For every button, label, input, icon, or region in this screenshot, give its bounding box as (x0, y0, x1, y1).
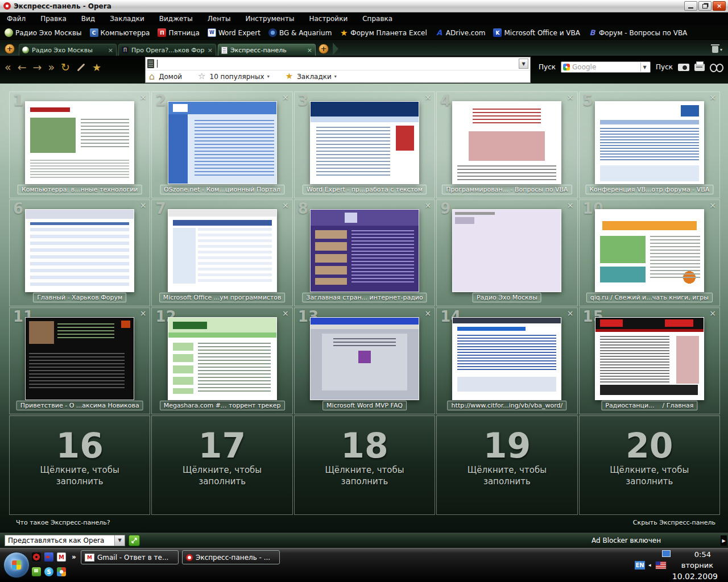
camera-icon[interactable] (678, 64, 689, 71)
rewind-button[interactable] (5, 62, 11, 73)
close-icon[interactable] (282, 201, 289, 210)
hide-speed-dial-link[interactable]: Скрыть Экспресс-панель (633, 519, 715, 526)
phone-quicklaunch-icon[interactable] (32, 567, 41, 576)
bookmark-word-expert[interactable]: WWord Expert (208, 28, 260, 37)
address-input[interactable] (146, 57, 530, 70)
menu-bookmarks[interactable]: Закладки (110, 15, 144, 23)
fit-to-width-button[interactable] (129, 535, 140, 546)
dial-thumbnail[interactable] (25, 317, 134, 400)
forward-button[interactable] (33, 62, 42, 73)
network-icon[interactable] (662, 550, 671, 557)
dial-thumbnail[interactable] (452, 209, 561, 292)
speed-dial-16[interactable]: 16 Щёлкните, чтобызаполнить (9, 415, 150, 515)
task-opera[interactable]: Экспресс-панель - ... (182, 550, 280, 564)
quicklaunch-overflow-chevron[interactable] (69, 552, 78, 562)
new-tab-button[interactable] (318, 44, 329, 54)
speed-dial-6[interactable]: 6 Главный - Харьков Форум (9, 199, 150, 306)
close-button[interactable] (713, 1, 726, 11)
identify-as-select[interactable]: Представляться как Opera (5, 535, 125, 546)
tab-speed-dial[interactable]: Экспресс-панель (218, 44, 316, 56)
what-is-speed-dial-link[interactable]: Что такое Экспресс-панель? (16, 519, 110, 526)
menu-edit[interactable]: Правка (40, 15, 67, 23)
bookmark-radio-echo[interactable]: Радио Эхо Москвы (5, 28, 82, 37)
closed-tabs-trash[interactable] (712, 46, 722, 53)
dial-thumbnail[interactable] (25, 101, 134, 184)
tab-close-icon[interactable] (307, 47, 312, 54)
close-icon[interactable] (282, 309, 289, 318)
bookmark-pyatnitsa[interactable]: ППятница (158, 28, 199, 37)
photo-quicklaunch-icon[interactable] (57, 567, 66, 576)
close-icon[interactable] (709, 201, 716, 210)
back-button[interactable] (18, 62, 27, 73)
dial-thumbnail[interactable] (310, 101, 419, 184)
dial-thumbnail[interactable] (310, 209, 419, 292)
tab-close-icon[interactable] (208, 47, 213, 54)
menu-view[interactable]: Вид (81, 15, 95, 23)
tray-collapse-icon[interactable] (648, 562, 651, 568)
close-icon[interactable] (709, 93, 716, 102)
close-icon[interactable] (567, 201, 574, 210)
address-dropdown[interactable] (519, 59, 528, 69)
dial-thumbnail[interactable] (452, 317, 561, 400)
speed-dial-7[interactable]: 7 Microsoft Office ...ум программистов (151, 199, 292, 306)
speed-dial-4[interactable]: 4 Программирован... - Вопросы по VBA (436, 92, 577, 198)
language-indicator[interactable]: EN (635, 561, 645, 569)
tab-opera-forum[interactable]: П Про Opera?...ьков Форум (118, 44, 216, 56)
menu-feeds[interactable]: Ленты (208, 15, 231, 23)
dial-thumbnail[interactable] (595, 317, 704, 400)
close-icon[interactable] (140, 201, 147, 210)
speed-dial-2[interactable]: 2 OSzone.net - Ком...ционный Портал (151, 92, 292, 198)
speed-dial-13[interactable]: 13 Microsoft Word MVP FAQ (294, 307, 435, 414)
speed-dial-12[interactable]: 12 Megashara.com #... торрент трекер (151, 307, 292, 414)
dial-thumbnail[interactable] (168, 101, 277, 184)
menu-file[interactable]: Файл (7, 15, 26, 23)
close-icon[interactable] (282, 93, 289, 102)
downloader-quicklaunch-icon[interactable] (44, 552, 53, 562)
start-button[interactable] (3, 552, 30, 578)
restore-button[interactable] (698, 1, 712, 11)
search-engine-dropdown[interactable] (640, 63, 648, 72)
search-input[interactable]: Google (561, 61, 651, 73)
dial-thumbnail[interactable] (168, 317, 277, 400)
bookmark-planeta-excel[interactable]: ★Форум Планета Excel (340, 28, 427, 37)
home-button[interactable]: Домой (159, 73, 182, 81)
find-binoculars-icon[interactable] (710, 64, 723, 71)
speed-dial-10[interactable]: 10 qiq.ru / Свежий и...чать книги, игры (579, 199, 720, 306)
close-icon[interactable] (424, 309, 431, 318)
bookmark-star-button[interactable] (92, 62, 101, 73)
speed-dial-19[interactable]: 19 Щёлкните, чтобызаполнить (436, 415, 577, 515)
speed-dial-3[interactable]: 3 Word Expert - пр...работа с текстом (294, 92, 435, 198)
edit-icon[interactable] (77, 63, 85, 71)
close-icon[interactable] (709, 309, 716, 318)
tab-radio-echo[interactable]: Радио Эхо Москвы (19, 44, 117, 56)
reload-button[interactable] (61, 62, 70, 73)
menu-settings[interactable]: Настройки (309, 15, 348, 23)
menu-tools[interactable]: Инструменты (246, 15, 295, 23)
new-tab-button[interactable] (5, 44, 15, 54)
print-icon[interactable] (694, 64, 705, 71)
dial-thumbnail[interactable] (595, 101, 704, 184)
dial-thumbnail[interactable] (310, 317, 419, 400)
speed-dial-1[interactable]: 1 Компьютерра: в...нные технологии (9, 92, 150, 198)
minimize-button[interactable] (684, 1, 697, 11)
dial-thumbnail[interactable] (452, 101, 561, 184)
close-icon[interactable] (424, 93, 431, 102)
close-icon[interactable] (140, 309, 147, 318)
menu-widgets[interactable]: Виджеты (159, 15, 193, 23)
speed-dial-11[interactable]: 11 Приветствие - О ...аксима Новикова (9, 307, 150, 414)
fast-forward-button[interactable] (48, 62, 55, 73)
speed-dial-15[interactable]: 15 Радиостанци... / Главная (579, 307, 720, 414)
statusbar-expand-icon[interactable] (721, 535, 727, 546)
close-icon[interactable] (424, 201, 431, 210)
bookmark-computerra[interactable]: CКомпьютерра (90, 28, 150, 37)
top10-menu[interactable]: 10 популярных (210, 73, 264, 81)
close-icon[interactable] (567, 309, 574, 318)
speed-dial-18[interactable]: 18 Щёлкните, чтобызаполнить (294, 415, 435, 515)
bookmark-aquarium[interactable]: BG & Aquarium (268, 28, 332, 37)
speed-dial-8[interactable]: 8 Заглавная стран... интернет-радио (294, 199, 435, 306)
adblock-status[interactable]: Ad Blocker включен (592, 537, 661, 544)
us-flag-icon[interactable] (655, 561, 667, 569)
task-gmail[interactable]: M Gmail - Ответ в те... (81, 550, 179, 564)
opera-quicklaunch-icon[interactable] (32, 552, 41, 562)
speed-dial-14[interactable]: 14 http://www.citfor...ing/vb/vba_word/ (436, 307, 577, 414)
